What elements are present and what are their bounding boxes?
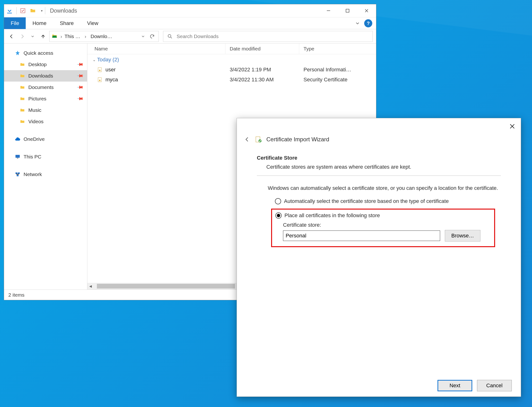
properties-check-icon[interactable] [19, 7, 27, 15]
nav-label: Videos [28, 119, 44, 125]
svg-rect-2 [327, 10, 330, 11]
nav-toolbar: › This … › Downlo… Search Downloads [4, 29, 376, 44]
file-row[interactable]: myca 3/4/2022 11:30 AM Security Certific… [87, 75, 376, 85]
nav-label: OneDrive [24, 136, 45, 142]
file-row[interactable]: user 3/4/2022 1:19 PM Personal Informati… [87, 65, 376, 75]
certificate-import-wizard: Certificate Import Wizard Certificate St… [237, 118, 521, 397]
svg-rect-3 [346, 9, 349, 12]
scrollbar-thumb[interactable] [97, 284, 235, 289]
search-placeholder: Search Downloads [177, 33, 219, 39]
minimize-button[interactable] [319, 4, 338, 17]
file-name: user [105, 67, 116, 73]
pin-icon: 📌 [76, 95, 84, 102]
cancel-button[interactable]: Cancel [477, 380, 512, 391]
folder-icon[interactable] [29, 7, 37, 15]
certificate-store-label: Certificate store: [275, 222, 491, 228]
folder-icon [19, 84, 25, 90]
ribbon: File Home Share View ? [4, 17, 376, 29]
svg-point-13 [99, 80, 100, 81]
titlebar: ▾ Downloads [4, 4, 376, 17]
nav-this-pc[interactable]: This PC [4, 151, 87, 163]
address-bar[interactable]: › This … › Downlo… [49, 31, 159, 42]
svg-rect-5 [16, 155, 20, 158]
nav-pictures[interactable]: Pictures 📌 [4, 93, 87, 104]
help-button[interactable]: ? [364, 19, 372, 27]
radio-icon [275, 212, 282, 219]
divider [257, 176, 501, 176]
refresh-button[interactable] [148, 34, 157, 39]
nav-documents[interactable]: Documents 📌 [4, 82, 87, 93]
nav-forward-button[interactable] [18, 32, 26, 41]
search-icon [167, 33, 173, 39]
column-name[interactable]: Name [87, 44, 225, 54]
ribbon-tab-share[interactable]: Share [53, 17, 80, 29]
file-type: Security Certificate [299, 77, 376, 83]
cloud-icon [15, 136, 21, 142]
nav-label: Downloads [28, 73, 53, 79]
pin-icon: 📌 [76, 61, 84, 68]
nav-back-button[interactable] [7, 32, 16, 41]
section-title: Certificate Store [257, 155, 501, 161]
radio-place-in-store[interactable]: Place all certificates in the following … [275, 212, 491, 219]
file-date: 3/4/2022 11:30 AM [225, 77, 299, 83]
column-date[interactable]: Date modified [225, 44, 299, 54]
pin-icon: 📌 [76, 72, 84, 79]
nav-music[interactable]: Music [4, 104, 87, 116]
file-type: Personal Informati… [299, 67, 376, 73]
ribbon-file-tab[interactable]: File [4, 17, 26, 29]
next-button[interactable]: Next [437, 380, 472, 391]
nav-downloads[interactable]: Downloads 📌 [4, 70, 87, 82]
folder-icon [19, 96, 25, 102]
maximize-button[interactable] [338, 4, 357, 17]
certificate-store-input[interactable] [283, 230, 440, 241]
folder-icon [19, 118, 25, 125]
status-item-count: 2 items [8, 292, 24, 298]
svg-rect-7 [16, 172, 17, 174]
radio-auto-select[interactable]: Automatically select the certificate sto… [275, 198, 501, 204]
wizard-footer: Next Cancel [237, 375, 521, 397]
certificate-file-icon [97, 77, 103, 83]
nav-onedrive[interactable]: OneDrive [4, 133, 87, 145]
nav-label: Quick access [24, 50, 53, 56]
search-box[interactable]: Search Downloads [163, 31, 373, 42]
address-dropdown-icon[interactable] [141, 34, 145, 39]
wizard-paragraph: Windows can automatically select a certi… [257, 184, 501, 192]
nav-recent-dropdown[interactable] [28, 32, 37, 41]
radio-icon [275, 198, 281, 204]
browse-button[interactable]: Browse… [445, 230, 480, 242]
radio-label: Automatically select the certificate sto… [284, 198, 449, 204]
nav-quick-access[interactable]: Quick access [4, 47, 87, 59]
wizard-close-button[interactable] [508, 122, 517, 131]
svg-point-4 [168, 34, 171, 37]
chevron-right-icon: › [83, 33, 88, 39]
nav-label: Documents [28, 85, 54, 90]
qat-dropdown-icon[interactable]: ▾ [41, 9, 43, 13]
wizard-back-button[interactable] [244, 136, 251, 143]
close-button[interactable] [357, 4, 376, 17]
highlight-region: Place all certificates in the following … [271, 209, 495, 247]
nav-network[interactable]: Network [4, 169, 87, 180]
nav-label: This PC [24, 154, 41, 160]
column-headers: Name Date modified Type [87, 44, 376, 54]
svg-point-11 [99, 70, 100, 71]
file-date: 3/4/2022 1:19 PM [225, 67, 299, 73]
scroll-left-icon[interactable]: ◀ [87, 284, 94, 288]
download-arrow-icon [5, 6, 14, 15]
nav-up-button[interactable] [39, 32, 47, 41]
folder-icon [19, 107, 25, 113]
svg-rect-6 [17, 158, 18, 158]
group-header-today[interactable]: ⌄ Today (2) [87, 54, 376, 65]
network-icon [15, 171, 21, 177]
ribbon-tab-view[interactable]: View [80, 17, 105, 29]
ribbon-expand-icon[interactable] [352, 17, 363, 29]
nav-label: Pictures [28, 96, 47, 102]
breadcrumb-segment[interactable]: This … [64, 33, 80, 39]
column-type[interactable]: Type [299, 44, 376, 54]
breadcrumb-segment[interactable]: Downlo… [91, 33, 112, 39]
nav-videos[interactable]: Videos [4, 116, 87, 127]
wizard-title: Certificate Import Wizard [266, 136, 329, 143]
ribbon-tab-home[interactable]: Home [26, 17, 53, 29]
section-description: Certificate stores are system areas wher… [257, 164, 501, 171]
radio-label: Place all certificates in the following … [285, 212, 380, 219]
nav-desktop[interactable]: Desktop 📌 [4, 59, 87, 70]
